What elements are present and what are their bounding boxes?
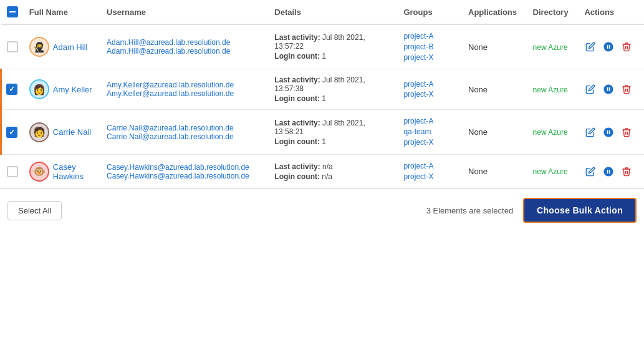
edit-icon-adam-hill[interactable] [584,41,597,53]
user-applications-amy-keller: None [463,69,528,110]
user-email-secondary-adam-hill[interactable]: Adam.Hill@azuread.lab.resolution.de [107,47,264,56]
delete-icon-carrie-nail[interactable] [620,126,633,139]
block-icon-amy-keller[interactable] [602,82,615,96]
row-checkbox-casey-hawkins[interactable] [7,166,18,177]
user-actions-carrie-nail [584,125,639,139]
col-header-directory: Directory [528,0,580,24]
col-header-groups: Groups [398,0,463,24]
user-last-activity-casey-hawkins: Last activity: n/a [274,162,393,171]
user-actions-amy-keller [584,82,639,96]
row-checkbox-amy-keller[interactable] [6,84,17,95]
group-link-project-B[interactable]: project-B [403,42,458,52]
group-link-project-X[interactable]: project-X [403,89,458,100]
edit-icon-carrie-nail[interactable] [584,126,597,139]
user-name-link-adam-hill[interactable]: Adam Hill [53,42,88,52]
main-container: Full Name Username Details Groups Applic… [0,0,644,362]
block-icon-casey-hawkins[interactable] [602,165,615,179]
user-email-secondary-carrie-nail[interactable]: Carrie.Nail@azuread.lab.resolution.de [107,132,264,141]
user-directory-link-casey-hawkins[interactable]: new Azure [533,167,568,176]
user-login-count-adam-hill: Login count: 1 [274,52,393,61]
select-all-checkbox[interactable] [7,6,18,17]
col-header-applications: Applications [463,0,528,24]
user-actions-casey-hawkins [584,165,639,179]
user-email-primary-amy-keller[interactable]: Amy.Keller@azuread.lab.resolution.de [107,81,264,89]
users-table: Full Name Username Details Groups Applic… [0,0,644,188]
user-last-activity-carrie-nail: Last activity: Jul 8th 2021, 13:58:21 [274,119,393,136]
select-all-button[interactable]: Select All [7,201,62,220]
group-link-project-A[interactable]: project-A [403,161,458,172]
user-applications-carrie-nail: None [463,110,528,154]
col-header-actions: Actions [579,0,644,24]
user-avatar-amy-keller: 👩 [29,79,49,99]
user-last-activity-adam-hill: Last activity: Jul 8th 2021, 13:57:22 [274,33,393,51]
group-link-project-X[interactable]: project-X [403,52,458,63]
user-actions-adam-hill [584,40,639,54]
group-link-project-A[interactable]: project-A [403,31,458,42]
group-link-project-X[interactable]: project-X [403,172,458,182]
delete-icon-casey-hawkins[interactable] [620,165,633,178]
user-email-primary-carrie-nail[interactable]: Carrie.Nail@azuread.lab.resolution.de [107,124,264,132]
user-avatar-carrie-nail: 🧑 [29,122,49,142]
group-link-project-A[interactable]: project-A [403,79,458,90]
user-applications-casey-hawkins: None [463,154,528,188]
col-header-username: Username [102,0,269,24]
user-email-secondary-casey-hawkins[interactable]: Casey.Hawkins@azuread.lab.resolution.de [107,172,264,180]
delete-icon-adam-hill[interactable] [620,41,633,53]
user-login-count-carrie-nail: Login count: 1 [274,137,393,146]
user-directory-link-carrie-nail[interactable]: new Azure [533,128,568,137]
user-login-count-amy-keller: Login count: 1 [274,94,393,103]
group-link-project-X[interactable]: project-X [403,137,458,148]
user-applications-adam-hill: None [463,24,528,69]
block-icon-adam-hill[interactable] [602,40,615,54]
col-header-details: Details [269,0,398,24]
user-groups-casey-hawkins: project-Aproject-X [398,154,463,188]
table-row: 👩Amy KellerAmy.Keller@azuread.lab.resolu… [1,69,645,110]
user-last-activity-amy-keller: Last activity: Jul 8th 2021, 13:57:38 [274,76,393,93]
table-row: 🥷Adam HillAdam.Hill@azuread.lab.resoluti… [1,24,645,69]
user-groups-carrie-nail: project-Aqa-teamproject-X [398,110,463,154]
user-directory-link-amy-keller[interactable]: new Azure [533,86,568,94]
elements-selected-count: 3 Elements are selected [426,206,513,215]
row-checkbox-adam-hill[interactable] [7,41,18,52]
row-checkbox-carrie-nail[interactable] [6,127,17,138]
user-avatar-casey-hawkins: 🐵 [29,162,49,182]
user-login-count-casey-hawkins: Login count: n/a [274,172,393,181]
table-row: 🧑Carrie NailCarrie.Nail@azuread.lab.reso… [1,110,645,154]
footer-right: 3 Elements are selected Choose Bulk Acti… [426,198,637,223]
group-link-qa-team[interactable]: qa-team [403,127,458,137]
user-name-link-amy-keller[interactable]: Amy Keller [53,85,92,94]
user-email-primary-casey-hawkins[interactable]: Casey.Hawkins@azuread.lab.resolution.de [107,163,264,172]
user-email-secondary-amy-keller[interactable]: Amy.Keller@azuread.lab.resolution.de [107,89,264,98]
user-groups-adam-hill: project-Aproject-Bproject-X [398,24,463,69]
delete-icon-amy-keller[interactable] [620,83,633,95]
user-name-link-casey-hawkins[interactable]: Casey Hawkins [53,162,97,181]
user-email-primary-adam-hill[interactable]: Adam.Hill@azuread.lab.resolution.de [107,38,264,47]
bulk-action-button[interactable]: Choose Bulk Action [523,198,637,223]
user-avatar-adam-hill: 🥷 [29,37,49,57]
user-groups-amy-keller: project-Aproject-X [398,69,463,110]
block-icon-carrie-nail[interactable] [602,125,615,139]
table-row: 🐵Casey HawkinsCasey.Hawkins@azuread.lab.… [1,154,645,188]
user-name-link-carrie-nail[interactable]: Carrie Nail [53,127,91,137]
footer: Select All 3 Elements are selected Choos… [0,188,644,230]
col-header-fullname: Full Name [24,0,102,24]
group-link-project-A[interactable]: project-A [403,116,458,127]
edit-icon-casey-hawkins[interactable] [584,165,597,178]
user-directory-link-adam-hill[interactable]: new Azure [533,43,568,52]
edit-icon-amy-keller[interactable] [584,83,597,95]
